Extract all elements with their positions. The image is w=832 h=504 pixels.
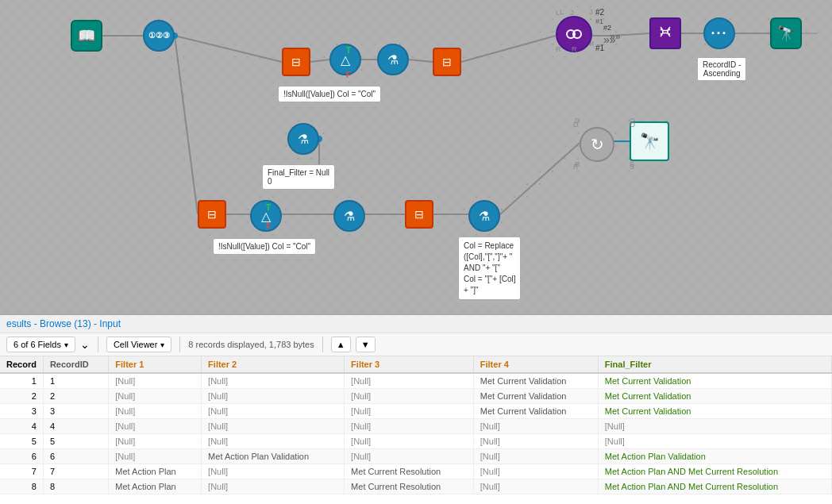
table-cell: 6 (0, 449, 43, 464)
select-node-1[interactable]: ⊟ (282, 48, 310, 76)
table-cell: 1 (43, 373, 108, 389)
l-label: L (556, 9, 560, 17)
col-header-record: Record (0, 356, 43, 373)
table-cell: Met Current Validation (598, 404, 831, 419)
table-row[interactable]: 88Met Action Plan[Null]Met Current Resol… (0, 479, 832, 494)
table-cell: Met Current Resolution (345, 479, 474, 494)
browse-node-1[interactable]: 🔭 (770, 17, 802, 49)
table-cell: Met Current Resolution (345, 464, 474, 479)
table-cell: 4 (43, 419, 108, 434)
formula-node-3[interactable]: ⚗ (333, 200, 365, 232)
s-label: S (630, 163, 634, 171)
formula-node-2[interactable]: ⚗ (287, 123, 319, 155)
tooltip-filter3: !IsNull([Value]) Col = "Col" (213, 238, 316, 255)
table-cell: [Null] (345, 434, 474, 449)
col-header-final: Final_Filter (598, 356, 831, 373)
table-row[interactable]: 11[Null][Null][Null]Met Current Validati… (0, 373, 832, 389)
tooltip-filter1: !IsNull([Value]) Col = "Col" (278, 86, 381, 102)
sort-down-icon[interactable]: ⌄ (80, 338, 90, 351)
fields-button[interactable]: 6 of 6 Fields ▾ (6, 337, 75, 352)
table-cell: 5 (0, 434, 43, 449)
results-table: Record RecordID Filter 1 Filter 2 Filter… (0, 356, 832, 494)
r-label-join: R (556, 45, 561, 53)
records-info: 8 records displayed, 1,783 bytes (188, 340, 314, 349)
data-table: Record RecordID Filter 1 Filter 2 Filter… (0, 356, 832, 504)
table-cell: [Null] (202, 419, 345, 434)
rotate-node[interactable]: ↻ (580, 127, 614, 162)
table-cell: Met Current Validation (473, 373, 598, 389)
cell-viewer-chevron-icon: ▾ (160, 340, 164, 349)
o-label: O (630, 121, 635, 129)
table-row[interactable]: 44[Null][Null][Null][Null][Null] (0, 419, 832, 434)
table-cell: 5 (43, 434, 108, 449)
table-cell: Met Action Plan Validation (202, 449, 345, 464)
cell-viewer-button[interactable]: Cell Viewer ▾ (106, 337, 171, 352)
double-arrow: »» (603, 33, 616, 46)
workflow-canvas[interactable]: #2 »» T F T F L J R R D O R S (0, 0, 832, 314)
sort-label-box: RecordID -Ascending (697, 57, 746, 81)
select-node-4[interactable]: ⊟ (405, 200, 433, 229)
t-label-1: T (346, 46, 351, 55)
table-cell: [Null] (202, 389, 345, 404)
table-cell: [Null] (473, 449, 598, 464)
browse-node-2[interactable]: 🔭 (630, 121, 669, 161)
table-cell: 2 (43, 389, 108, 404)
filter-node-1[interactable]: △ (329, 44, 361, 75)
separator-1 (98, 337, 98, 352)
formula-node-1[interactable]: ⚗ (377, 44, 409, 75)
table-cell: [Null] (345, 419, 474, 434)
fields-chevron-icon: ▾ (64, 340, 68, 349)
table-row[interactable]: 33[Null][Null][Null]Met Current Validati… (0, 404, 832, 419)
transform-node[interactable] (649, 17, 681, 49)
table-cell: [Null] (202, 434, 345, 449)
table-row[interactable]: 66[Null]Met Action Plan Validation[Null]… (0, 449, 832, 464)
table-cell: [Null] (345, 404, 474, 419)
separator-3 (322, 337, 323, 352)
svg-text:#2: #2 (603, 24, 611, 32)
results-header: esults - Browse (13) - Input (0, 315, 832, 333)
table-cell: Met Current Validation (598, 373, 831, 389)
svg-line-5 (409, 60, 433, 62)
table-cell: [Null] (109, 449, 202, 464)
select-node-2[interactable]: ⊟ (433, 48, 461, 76)
svg-line-3 (310, 60, 329, 62)
svg-line-19 (500, 143, 580, 214)
svg-text:L: L (560, 8, 564, 16)
table-cell: [Null] (202, 404, 345, 419)
table-cell: [Null] (202, 373, 345, 389)
f-label-2: F (266, 222, 271, 231)
table-cell: [Null] (109, 373, 202, 389)
join-label-2: #2 (595, 8, 604, 17)
table-cell: 3 (43, 404, 108, 419)
table-cell: [Null] (109, 404, 202, 419)
table-cell: [Null] (598, 434, 831, 449)
col-header-filter3: Filter 3 (345, 356, 474, 373)
svg-text:#1: #1 (595, 17, 603, 25)
table-cell: Met Action Plan AND Met Current Resoluti… (598, 479, 831, 494)
table-cell: [Null] (345, 449, 474, 464)
table-cell: Met Action Plan AND Met Current Resoluti… (598, 464, 831, 479)
record-id-node[interactable]: ①②③ (143, 20, 175, 52)
input-node[interactable]: 📖 (71, 20, 102, 52)
tooltip-formula4: Col = Replace ([Col],"[","]"+ " AND "+ "… (458, 237, 521, 300)
formula-node-4[interactable]: ⚗ (468, 200, 500, 232)
select-node-3[interactable]: ⊟ (198, 200, 226, 229)
table-cell: [Null] (109, 389, 202, 404)
table-cell: 1 (0, 373, 43, 389)
table-cell: 6 (43, 449, 108, 464)
table-row[interactable]: 77Met Action Plan[Null]Met Current Resol… (0, 464, 832, 479)
sort-up-button[interactable]: ▲ (331, 337, 351, 352)
summarize-node[interactable]: ··· (703, 17, 735, 49)
table-row[interactable]: 22[Null][Null][Null]Met Current Validati… (0, 389, 832, 404)
table-row[interactable]: 55[Null][Null][Null][Null][Null] (0, 434, 832, 449)
table-cell: Met Action Plan (109, 464, 202, 479)
r2-label-join: R (572, 45, 577, 53)
table-cell: 2 (0, 389, 43, 404)
table-cell: [Null] (345, 389, 474, 404)
sort-down-button[interactable]: ▼ (356, 337, 376, 352)
svg-line-6 (461, 36, 556, 62)
table-cell: [Null] (473, 479, 598, 494)
results-browse-link[interactable]: esults - Browse (13) - Input (6, 318, 121, 329)
canvas-connections: #2 »» T F T F L J R R D O R S (0, 0, 832, 314)
col-header-filter1: Filter 1 (109, 356, 202, 373)
